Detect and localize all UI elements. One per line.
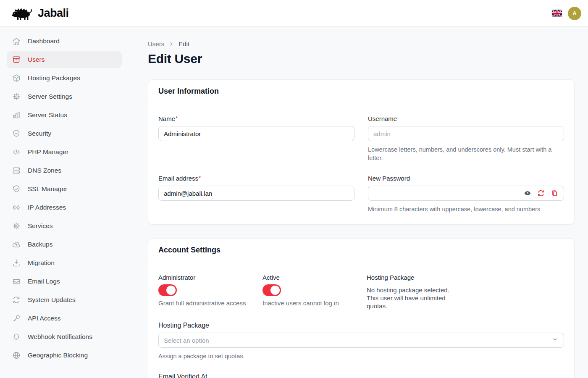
hosting-package-summary-label: Hosting Package <box>367 274 564 281</box>
topbar: Jabali A <box>0 0 588 27</box>
archive-box-icon <box>12 55 21 64</box>
active-label: Active <box>262 274 367 281</box>
sidebar-item-geographic-blocking[interactable]: Geographic Blocking <box>7 347 122 364</box>
sidebar-item-system-updates[interactable]: System Updates <box>7 291 122 308</box>
username-label: Username <box>368 115 397 122</box>
account-settings-card: Account Settings Administrator Grant ful… <box>148 238 575 378</box>
card-title: User Information <box>158 87 564 96</box>
generate-password-refresh-icon[interactable] <box>537 189 545 197</box>
bell-icon <box>12 332 21 341</box>
username-helper: Lowercase letters, numbers, and undersco… <box>368 145 564 162</box>
key-icon <box>12 314 21 323</box>
hosting-package-summary-text: No hosting package selected. This user w… <box>367 286 456 310</box>
sidebar-item-email-logs[interactable]: Email Logs <box>7 273 122 290</box>
new-password-label: New Password <box>368 175 410 182</box>
sidebar-item-server-status[interactable]: Server Status <box>7 107 122 123</box>
hosting-package-select[interactable]: Select an option <box>158 333 564 348</box>
new-password-field: New Password <box>368 175 564 213</box>
user-avatar[interactable]: A <box>568 7 581 20</box>
sidebar-item-migration[interactable]: Migration <box>7 255 122 271</box>
chart-bar-icon <box>12 110 21 120</box>
inbox-icon <box>12 277 21 286</box>
new-password-input[interactable] <box>368 186 518 200</box>
sidebar-item-server-settings[interactable]: Server Settings <box>7 88 122 105</box>
user-information-card: User Information Name* Username Lowercas… <box>148 79 575 225</box>
hosting-package-summary: Hosting Package No hosting package selec… <box>367 272 564 310</box>
globe-icon <box>12 351 21 360</box>
page-title: Edit User <box>148 52 575 66</box>
breadcrumb-users-link[interactable]: Users <box>148 40 164 47</box>
breadcrumb: Users Edit <box>148 40 575 47</box>
shield-check-icon <box>12 184 21 194</box>
email-verified-at-label: Email Verified At <box>158 373 207 378</box>
chevron-right-icon <box>168 41 174 47</box>
brand-name: Jabali <box>38 7 69 20</box>
cog-icon <box>12 221 21 231</box>
sidebar-item-hosting-packages[interactable]: Hosting Packages <box>7 70 122 87</box>
shield-check-icon <box>12 129 21 138</box>
name-label: Name <box>158 115 175 122</box>
hosting-package-field: Hosting Package Select an option Assign … <box>158 322 564 360</box>
arrow-path-icon <box>12 295 21 304</box>
toggle-knob <box>166 286 176 295</box>
card-title: Account Settings <box>158 246 564 255</box>
sidebar-item-security[interactable]: Security <box>7 125 122 142</box>
username-field: Username Lowercase letters, numbers, and… <box>368 115 564 162</box>
breadcrumb-current: Edit <box>178 40 189 47</box>
sidebar-item-ip-addresses[interactable]: IP Addresses <box>7 199 122 216</box>
required-asterisk: * <box>176 115 178 121</box>
active-toggle[interactable] <box>262 284 281 296</box>
cog-icon <box>12 92 21 101</box>
name-input[interactable] <box>159 126 354 141</box>
toggle-knob <box>270 286 280 295</box>
sidebar-item-users[interactable]: Users <box>7 51 122 68</box>
email-label: Email address <box>158 175 198 182</box>
sidebar-item-services[interactable]: Services <box>7 218 122 234</box>
sidebar-item-dashboard[interactable]: Dashboard <box>7 33 122 50</box>
administrator-toggle-group: Administrator Grant full administrative … <box>158 272 262 310</box>
signal-icon <box>12 203 21 212</box>
hosting-package-label: Hosting Package <box>158 322 209 329</box>
administrator-toggle[interactable] <box>158 284 177 296</box>
boar-logo-icon <box>12 6 34 21</box>
cloud-arrow-up-icon <box>12 240 21 249</box>
new-password-helper: Minimum 8 characters with uppercase, low… <box>368 205 564 213</box>
copy-password-clipboard-icon[interactable] <box>550 189 559 197</box>
card-header: Account Settings <box>148 239 574 262</box>
sidebar-item-ssl-manager[interactable]: SSL Manager <box>7 181 122 197</box>
brand-link[interactable]: Jabali <box>12 6 69 21</box>
administrator-helper: Grant full administrative access <box>158 299 262 307</box>
required-asterisk: * <box>199 175 201 181</box>
chevron-down-icon <box>552 336 559 344</box>
cube-icon <box>12 74 21 83</box>
sidebar-item-dns-zones[interactable]: DNS Zones <box>7 162 122 179</box>
home-icon <box>12 37 21 46</box>
email-input[interactable] <box>159 186 354 200</box>
sidebar-item-php-manager[interactable]: PHP Manager <box>7 144 122 160</box>
server-stack-icon <box>12 166 21 175</box>
main-content: Users Edit Edit User User Information Na… <box>148 27 575 378</box>
sidebar-item-api-access[interactable]: API Access <box>7 310 122 327</box>
sidebar-item-webhook-notifications[interactable]: Webhook Notifications <box>7 328 122 345</box>
hosting-package-helper: Assign a package to set quotas. <box>158 352 564 360</box>
select-placeholder: Select an option <box>164 337 209 344</box>
name-field: Name* <box>158 115 354 162</box>
username-input[interactable] <box>368 126 564 141</box>
sidebar: Dashboard Users Hosting Packages Server … <box>0 27 129 378</box>
card-header: User Information <box>148 80 574 103</box>
language-flag-uk-icon[interactable] <box>552 10 562 17</box>
code-bracket-icon <box>12 147 21 157</box>
administrator-label: Administrator <box>158 274 262 281</box>
active-toggle-group: Active Inactive users cannot log in <box>262 272 367 310</box>
sidebar-item-backups[interactable]: Backups <box>7 236 122 253</box>
email-verified-at-field: Email Verified At <box>158 373 564 378</box>
arrow-down-tray-icon <box>12 258 21 268</box>
email-field: Email address* <box>158 175 354 213</box>
reveal-password-eye-icon[interactable] <box>523 189 532 197</box>
active-helper: Inactive users cannot log in <box>262 299 367 307</box>
